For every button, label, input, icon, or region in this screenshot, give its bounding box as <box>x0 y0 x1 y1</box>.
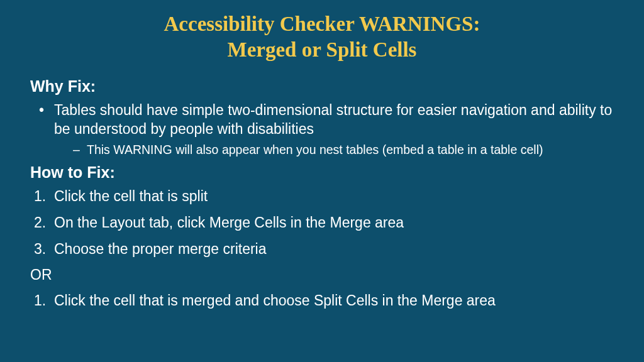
or-separator: OR <box>30 266 619 283</box>
why-fix-heading: Why Fix: <box>30 77 619 96</box>
title-line-1: Accessibility Checker WARNINGS: <box>164 13 480 35</box>
slide-content: Why Fix: Tables should have simple two-d… <box>25 77 619 310</box>
why-fix-list: Tables should have simple two-dimensiona… <box>30 101 619 158</box>
alt-step-1: Click the cell that is merged and choose… <box>30 291 619 310</box>
how-to-fix-heading: How to Fix: <box>30 163 619 182</box>
slide-container: Accessibility Checker WARNINGS: Merged o… <box>0 0 644 362</box>
slide-title: Accessibility Checker WARNINGS: Merged o… <box>25 11 619 63</box>
step-1: Click the cell that is split <box>30 187 619 206</box>
step-2: On the Layout tab, click Merge Cells in … <box>30 213 619 232</box>
why-fix-bullet: Tables should have simple two-dimensiona… <box>30 101 619 139</box>
why-fix-sub-bullet: This WARNING will also appear when you n… <box>30 142 619 158</box>
title-line-2: Merged or Split Cells <box>228 38 417 61</box>
how-to-fix-steps-1: Click the cell that is split On the Layo… <box>30 187 619 259</box>
how-to-fix-steps-2: Click the cell that is merged and choose… <box>30 291 619 310</box>
step-3: Choose the proper merge criteria <box>30 239 619 258</box>
